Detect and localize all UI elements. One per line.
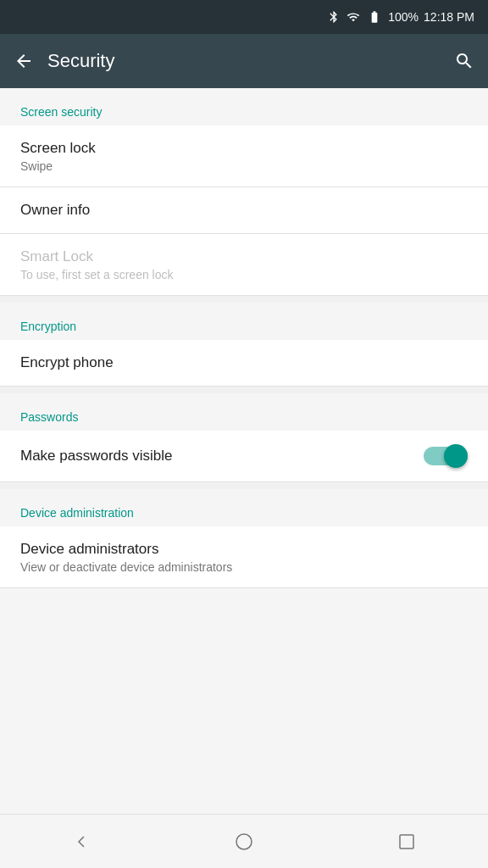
screen-lock-subtitle: Swipe: [20, 159, 468, 173]
svg-rect-1: [400, 835, 413, 849]
smart-lock-subtitle: To use, first set a screen lock: [20, 268, 468, 281]
screen-lock-title: Screen lock: [20, 139, 468, 158]
gap-1: [0, 296, 488, 303]
battery-percent: 100%: [388, 10, 419, 24]
screen-lock-item[interactable]: Screen lock Swipe: [0, 125, 488, 187]
encryption-header: Encryption: [0, 303, 488, 340]
search-button[interactable]: [454, 51, 474, 71]
gap-3: [0, 482, 488, 489]
screen-security-section: Screen security Screen lock Swipe Owner …: [0, 88, 488, 296]
passwords-toggle[interactable]: [424, 444, 468, 468]
time-display: 12:18 PM: [424, 10, 474, 24]
make-passwords-visible-title: Make passwords visible: [20, 447, 173, 465]
svg-point-0: [236, 834, 252, 849]
status-icons: 100% 12:18 PM: [327, 10, 474, 24]
bottom-padding: [0, 588, 488, 622]
app-bar: Security: [0, 34, 488, 88]
page-title: Security: [47, 50, 114, 72]
content-area: Screen security Screen lock Swipe Owner …: [0, 88, 488, 814]
recents-nav-button[interactable]: [386, 821, 427, 862]
home-nav-button[interactable]: [224, 821, 264, 862]
smart-lock-item: Smart Lock To use, first set a screen lo…: [0, 234, 488, 296]
device-administrators-title: Device administrators: [20, 540, 468, 559]
owner-info-item[interactable]: Owner info: [0, 187, 488, 234]
nav-bar: [0, 814, 488, 868]
owner-info-title: Owner info: [20, 201, 468, 220]
bluetooth-icon: [327, 10, 341, 24]
gap-2: [0, 387, 488, 393]
battery-icon: [366, 10, 383, 24]
encrypt-phone-item[interactable]: Encrypt phone: [0, 340, 488, 387]
device-administrators-item[interactable]: Device administrators View or deactivate…: [0, 526, 488, 588]
back-nav-button[interactable]: [61, 821, 102, 862]
wifi-icon: [346, 10, 361, 24]
make-passwords-visible-item[interactable]: Make passwords visible: [0, 431, 488, 482]
status-bar: 100% 12:18 PM: [0, 0, 488, 34]
smart-lock-title: Smart Lock: [20, 248, 468, 266]
device-administration-header: Device administration: [0, 489, 488, 526]
passwords-section: Passwords Make passwords visible: [0, 393, 488, 482]
device-administration-section: Device administration Device administrat…: [0, 489, 488, 588]
toggle-thumb: [444, 444, 468, 468]
screen-security-header: Screen security: [0, 88, 488, 125]
encryption-section: Encryption Encrypt phone: [0, 303, 488, 387]
back-button[interactable]: [14, 51, 34, 71]
device-administrators-subtitle: View or deactivate device administrators: [20, 560, 468, 574]
passwords-header: Passwords: [0, 393, 488, 431]
encrypt-phone-title: Encrypt phone: [20, 353, 468, 372]
